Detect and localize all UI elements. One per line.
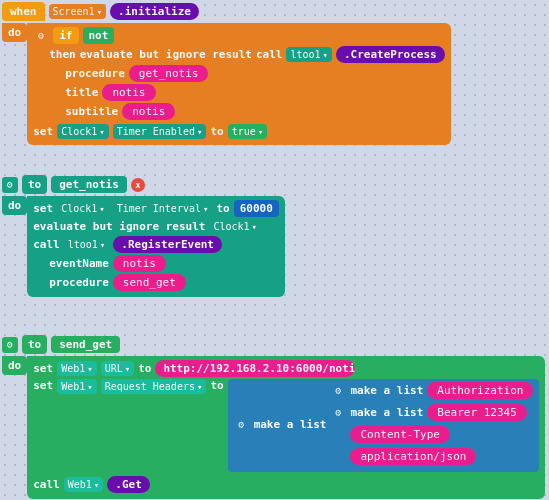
timer-interval-dropdown[interactable]: Timer Interval xyxy=(113,201,213,216)
set-label-4: set xyxy=(33,379,53,392)
web1-dropdown[interactable]: Web1 xyxy=(57,361,97,376)
get-notis-label: get_notis xyxy=(51,176,127,193)
get-notis-value: get_notis xyxy=(129,65,209,82)
evaluate-label: evaluate but ignore result xyxy=(80,48,252,61)
section2: ⚙ to get_notis x do set Clock1 Timer Int… xyxy=(2,175,285,297)
initialize-block: .initialize xyxy=(110,3,199,20)
do-label-3: do xyxy=(2,356,27,375)
to-label-2: to xyxy=(22,175,47,194)
evaluate-label-2: evaluate but ignore result xyxy=(33,220,205,233)
gear-icon-list1[interactable]: ⚙ xyxy=(234,417,250,433)
web1-dropdown-2[interactable]: Web1 xyxy=(57,379,97,394)
event-name-label: eventName xyxy=(49,257,109,270)
gear-icon-list2[interactable]: ⚙ xyxy=(330,383,346,399)
register-event-block: .RegisterEvent xyxy=(113,236,222,253)
call-label-3: call xyxy=(33,478,60,491)
call-label: call xyxy=(256,48,283,61)
to-label-3b: to xyxy=(138,362,151,375)
authorization-value: Authorization xyxy=(427,382,533,399)
procedure-label: procedure xyxy=(65,67,125,80)
make-list-2: make a list xyxy=(350,384,423,397)
section3: ⚙ to send_get do set Web1 URL to http://… xyxy=(2,335,545,499)
set-label: set xyxy=(33,125,53,138)
notis-value: notis xyxy=(113,255,166,272)
when-label: when xyxy=(2,2,45,21)
gear-icon[interactable]: ⚙ xyxy=(33,28,49,44)
get-block: .Get xyxy=(107,476,150,493)
gear-icon-2[interactable]: ⚙ xyxy=(2,177,18,193)
content-type-value: Content-Type xyxy=(350,426,449,443)
url-dropdown[interactable]: URL xyxy=(101,361,134,376)
call-label-2: call xyxy=(33,238,60,251)
clock1-dropdown[interactable]: Clock1 xyxy=(57,124,109,139)
ltoo-dropdown[interactable]: ltoo1 xyxy=(286,47,332,62)
if-block: if xyxy=(53,27,78,44)
app-json-value: application/json xyxy=(350,448,476,465)
to-label-2b: to xyxy=(216,202,229,215)
section1: when Screen1 .initialize do ⚙ if not the… xyxy=(2,2,451,145)
web1-dropdown-3[interactable]: Web1 xyxy=(64,477,104,492)
subtitle-label: subtitle xyxy=(65,105,118,118)
do-label: do xyxy=(2,23,27,42)
timer-enabled-dropdown[interactable]: Timer Enabled xyxy=(113,124,207,139)
to-label-3: to xyxy=(22,335,47,354)
request-headers-dropdown[interactable]: Request Headers xyxy=(101,379,207,394)
title-label: title xyxy=(65,86,98,99)
subtitle-value: notis xyxy=(122,103,175,120)
create-process-block: .CreateProcess xyxy=(336,46,445,63)
make-list-1: make a list xyxy=(254,418,327,431)
clock1-dropdown-3[interactable]: Clock1 xyxy=(209,219,261,234)
not-block: not xyxy=(83,27,115,44)
screen1-dropdown[interactable]: Screen1 xyxy=(49,4,107,19)
send-get-value: send_get xyxy=(113,274,186,291)
interval-value: 60000 xyxy=(234,200,279,217)
make-list-3: make a list xyxy=(350,406,423,419)
url-value: http://192.168.2.10:6000/notify-get/noti… xyxy=(155,360,355,377)
to-label: to xyxy=(210,125,223,138)
title-value: notis xyxy=(102,84,155,101)
bearer-value: Bearer 12345 xyxy=(427,404,526,421)
true-dropdown[interactable]: true xyxy=(228,124,268,139)
send-get-label: send_get xyxy=(51,336,120,353)
to-label-3c: to xyxy=(210,379,223,392)
gear-icon-list3[interactable]: ⚙ xyxy=(330,405,346,421)
gear-icon-3[interactable]: ⚙ xyxy=(2,337,18,353)
clock1-dropdown-2[interactable]: Clock1 xyxy=(57,201,109,216)
ltoo-dropdown-2[interactable]: ltoo1 xyxy=(64,237,110,252)
set-label-2: set xyxy=(33,202,53,215)
close-button[interactable]: x xyxy=(131,178,145,192)
procedure-label-2: procedure xyxy=(49,276,109,289)
then-label: then xyxy=(49,48,76,61)
do-label-2: do xyxy=(2,196,27,215)
set-label-3: set xyxy=(33,362,53,375)
